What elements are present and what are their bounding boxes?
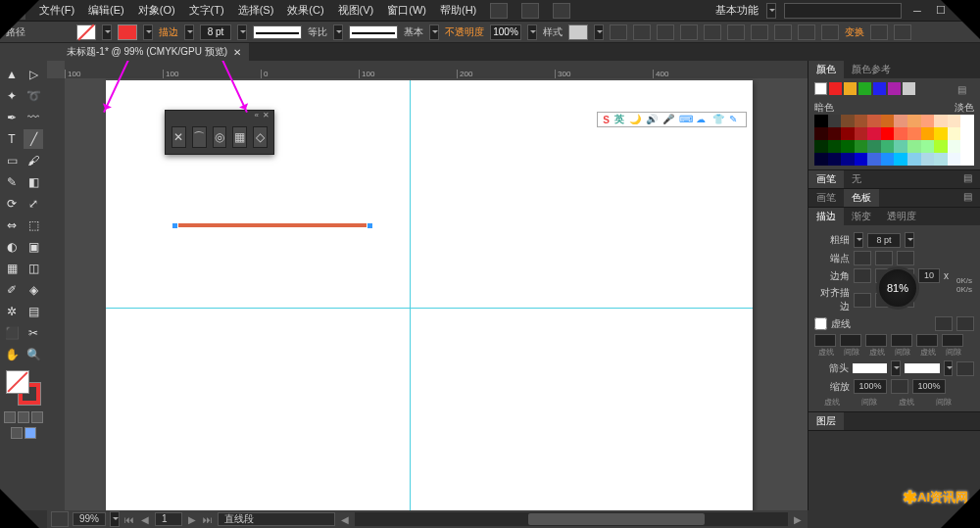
- color-chip[interactable]: [828, 140, 842, 153]
- color-chip[interactable]: [948, 153, 961, 166]
- ime-keyboard-icon[interactable]: ⌨: [679, 114, 691, 125]
- color-chip[interactable]: [921, 140, 935, 153]
- arc-tool-icon[interactable]: ⌒: [192, 126, 207, 148]
- recolor-icon[interactable]: [610, 24, 627, 40]
- color-chip[interactable]: [960, 140, 974, 153]
- color-chip[interactable]: [907, 115, 921, 127]
- ime-cloud-icon[interactable]: ☁: [696, 114, 708, 125]
- width-tool[interactable]: ⇔: [2, 216, 22, 235]
- line-segment-tool[interactable]: ╱: [24, 129, 43, 149]
- menu-view[interactable]: 视图(V): [338, 3, 374, 18]
- color-chip[interactable]: [921, 127, 935, 140]
- tab-color[interactable]: 颜色: [808, 61, 844, 78]
- style-dd[interactable]: [594, 24, 604, 40]
- weight-down[interactable]: [184, 24, 194, 40]
- type-tool[interactable]: T: [2, 129, 22, 149]
- color-chip[interactable]: [921, 153, 935, 166]
- menu-file[interactable]: 文件(F): [39, 3, 74, 18]
- color-chip[interactable]: [841, 127, 855, 140]
- color-chip[interactable]: [894, 115, 907, 127]
- color-chip[interactable]: [921, 115, 935, 127]
- stroke-swatch[interactable]: [118, 24, 137, 40]
- color-chip[interactable]: [828, 153, 842, 166]
- first-page[interactable]: ⏮: [123, 514, 135, 525]
- active-swatch[interactable]: [814, 82, 827, 95]
- profile-preview[interactable]: [253, 25, 302, 39]
- menu-help[interactable]: 帮助(H): [440, 3, 476, 18]
- zoom-tool[interactable]: 🔍: [24, 345, 43, 364]
- lasso-tool[interactable]: ➰: [24, 86, 43, 106]
- menu-window[interactable]: 窗口(W): [387, 3, 426, 18]
- swatch-gray[interactable]: [903, 82, 915, 95]
- align-h-icon[interactable]: [774, 24, 792, 40]
- color-chip[interactable]: [867, 115, 881, 127]
- cap-square[interactable]: [897, 251, 914, 265]
- selection-tool[interactable]: ▲: [2, 65, 22, 84]
- color-chip[interactable]: [934, 153, 948, 166]
- tab-close-icon[interactable]: ✕: [233, 47, 241, 58]
- canvas-area[interactable]: 100 100 0 100 200 300 400 «✕ ✕ ⌒ ◎ ▦ ◇: [47, 61, 808, 510]
- dash-input[interactable]: [840, 334, 861, 347]
- panel-menu-icon[interactable]: ▤: [950, 82, 974, 97]
- weight-stepper[interactable]: [854, 232, 863, 248]
- tab-transparency[interactable]: 透明度: [879, 208, 924, 225]
- panel-menu-icon-2[interactable]: ▤: [956, 170, 980, 188]
- ime-mic-icon[interactable]: 🎤: [662, 114, 674, 125]
- color-chip[interactable]: [907, 127, 921, 140]
- tab-color-guide[interactable]: 颜色参考: [844, 61, 899, 78]
- cap-butt[interactable]: [854, 251, 871, 265]
- symbol-sprayer-tool[interactable]: ✲: [2, 302, 22, 321]
- fill-stroke-indicator[interactable]: [6, 370, 41, 406]
- color-chip[interactable]: [907, 153, 921, 166]
- gradient-tool[interactable]: ◫: [24, 259, 43, 278]
- color-chip[interactable]: [867, 127, 881, 140]
- ime-pen-icon[interactable]: ✎: [729, 114, 741, 125]
- shape-builder-icon[interactable]: [704, 24, 721, 40]
- gpu-icon[interactable]: [51, 511, 69, 527]
- color-chip[interactable]: [855, 153, 868, 166]
- color-chip[interactable]: [960, 115, 974, 127]
- zoom-level[interactable]: 99%: [73, 512, 106, 526]
- fill-color-box[interactable]: [6, 370, 29, 394]
- color-chip[interactable]: [814, 140, 828, 153]
- stroke-label[interactable]: 描边: [159, 25, 178, 39]
- arrow-start-dd[interactable]: [891, 360, 901, 376]
- dash-align-a[interactable]: [935, 316, 953, 331]
- dashed-checkbox[interactable]: [814, 317, 827, 330]
- ime-lang[interactable]: 英: [614, 113, 624, 126]
- opacity-dd[interactable]: [527, 24, 537, 40]
- dash-input[interactable]: [916, 334, 938, 347]
- vertical-ruler[interactable]: [47, 78, 65, 510]
- color-chip[interactable]: [894, 140, 907, 153]
- opacity-label[interactable]: 不透明度: [445, 25, 484, 39]
- minimize-button[interactable]: ─: [909, 4, 925, 18]
- color-chip[interactable]: [867, 140, 881, 153]
- gradient-mode[interactable]: [18, 411, 29, 423]
- color-chip[interactable]: [814, 153, 828, 166]
- limit-input[interactable]: 10: [918, 268, 940, 283]
- color-chip[interactable]: [841, 140, 855, 153]
- grid-tool-icon[interactable]: ▦: [232, 126, 247, 148]
- pen-tool[interactable]: ✒: [2, 108, 22, 127]
- tab-swatches[interactable]: 色板: [844, 189, 879, 207]
- menu-edit[interactable]: 编辑(E): [88, 3, 124, 18]
- polar-grid-tool-icon[interactable]: ◇: [253, 126, 268, 148]
- swatch-red[interactable]: [829, 82, 842, 95]
- horizontal-ruler[interactable]: 100 100 0 100 200 300 400: [65, 61, 808, 78]
- arrange-icon[interactable]: [553, 3, 570, 19]
- arrow-end-dd[interactable]: [944, 360, 954, 376]
- tab-brushes[interactable]: 画笔: [808, 170, 844, 188]
- swatch-green[interactable]: [858, 82, 871, 95]
- swatch-purple[interactable]: [888, 82, 901, 95]
- color-chip[interactable]: [907, 140, 921, 153]
- blend-tool[interactable]: ◈: [24, 280, 43, 300]
- color-chip[interactable]: [841, 153, 855, 166]
- hand-tool[interactable]: ✋: [2, 345, 22, 364]
- document-tab[interactable]: 未标题-1* @ 99% (CMYK/GPU 预览) ✕: [59, 43, 249, 61]
- dash-input[interactable]: [891, 334, 912, 347]
- horizontal-scrollbar[interactable]: [355, 512, 788, 526]
- extra-icon[interactable]: [894, 24, 911, 40]
- fill-dropdown[interactable]: [102, 24, 112, 40]
- color-chip[interactable]: [881, 127, 895, 140]
- swatch-orange[interactable]: [844, 82, 857, 95]
